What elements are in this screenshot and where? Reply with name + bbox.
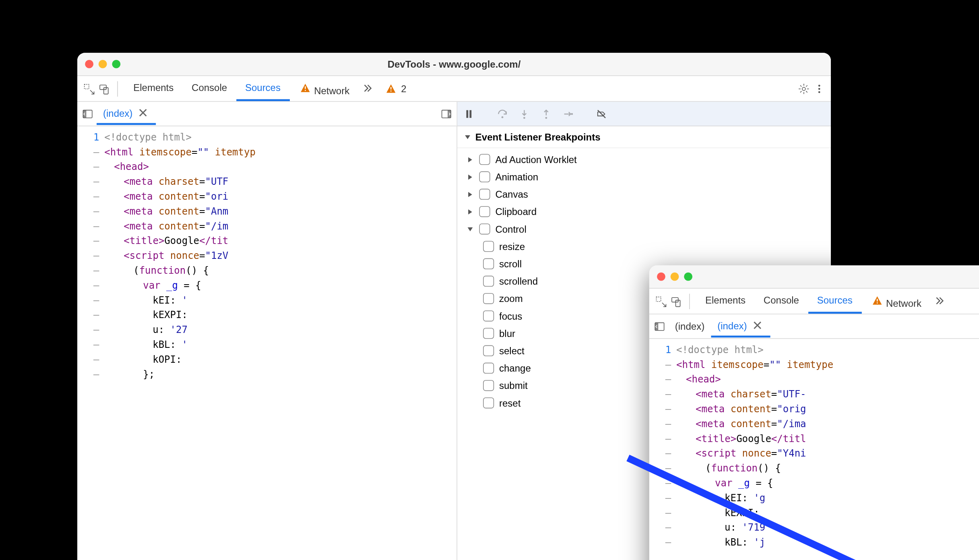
minimize-dot[interactable] [99,60,107,68]
zoom-dot[interactable] [684,273,692,281]
device-icon[interactable] [98,82,111,95]
tab-sources[interactable]: Sources [236,76,290,101]
code-line[interactable]: kBL: 'j [676,535,979,550]
event-breakpoints-header[interactable]: Event Listener Breakpoints [457,126,831,148]
deactivate-breakpoints-icon[interactable] [595,107,608,120]
event-row[interactable]: resize [457,238,831,255]
checkbox[interactable] [483,380,494,391]
zoom-dot[interactable] [112,60,120,68]
code-line[interactable]: <meta content="Anm [104,204,456,219]
pause-icon[interactable] [463,107,475,120]
code-line[interactable]: <!doctype html> [676,343,979,357]
inspect-icon[interactable] [655,295,667,308]
tab-elements[interactable]: Elements [124,76,183,101]
file-tab[interactable]: (index) [97,102,156,125]
close-dot[interactable] [657,273,665,281]
code-line[interactable]: <title>Google</titl [676,432,979,446]
close-dot[interactable] [85,60,93,68]
category-row[interactable]: Ad Auction Worklet [457,151,831,168]
tab-network[interactable]: Network [861,289,930,314]
code-line[interactable]: var _g = { [104,278,456,293]
code-line[interactable]: <head> [676,372,979,387]
tab-console[interactable]: Console [183,76,236,101]
tab-elements[interactable]: Elements [696,289,755,314]
settings-gear-icon[interactable] [797,82,810,95]
code-line[interactable]: <!doctype html> [104,130,456,145]
show-navigator-icon[interactable] [81,107,94,120]
code-line[interactable]: kEI: ' [104,293,456,308]
checkbox[interactable] [483,276,494,287]
code-line[interactable]: kEXPI: [676,506,979,521]
show-navigator-icon[interactable] [653,320,666,333]
kebab-menu-icon[interactable] [813,82,826,95]
category-row[interactable]: Clipboard [457,203,831,220]
category-row[interactable]: Control [457,220,831,238]
code-line[interactable]: <title>Google</tit [104,234,456,249]
checkbox[interactable] [483,310,494,321]
checkbox[interactable] [483,397,494,408]
traffic-lights[interactable] [85,60,120,68]
code-line[interactable]: kBL: ' [104,337,456,352]
code-line[interactable]: var _g = { [676,476,979,491]
step-into-icon[interactable] [518,107,531,120]
chevron-right-icon[interactable] [466,173,474,181]
code-editor[interactable]: 1———————————————— <!doctype html><html i… [77,126,456,560]
checkbox[interactable] [483,241,494,252]
code-line[interactable]: <meta content="/ima [676,417,979,432]
overflow-chevron-icon[interactable] [361,82,374,95]
checkbox[interactable] [483,328,494,339]
code-line[interactable]: <html itemscope="" itemtyp [104,145,456,160]
step-out-icon[interactable] [540,107,553,120]
chevron-down-icon[interactable] [466,225,474,233]
chevron-right-icon[interactable] [466,190,474,198]
chevron-right-icon[interactable] [466,208,474,215]
overflow-chevron-icon[interactable] [933,295,946,308]
minimize-dot[interactable] [671,273,679,281]
checkbox[interactable] [479,223,490,234]
tab-sources[interactable]: Sources [808,289,861,314]
checkbox[interactable] [479,172,490,182]
file-tab[interactable]: (index) [669,315,711,337]
checkbox[interactable] [479,154,490,165]
warning-icon[interactable] [384,82,397,95]
code-line[interactable]: <script nonce="1zV [104,249,456,264]
checkbox[interactable] [479,189,490,200]
code-line[interactable]: kEXPI: [104,308,456,323]
code-line[interactable]: u: '27 [104,323,456,338]
code-line[interactable]: <meta charset="UTF [104,175,456,190]
code-line[interactable]: }; [104,367,456,382]
code-line[interactable]: kOPI: [104,352,456,367]
code-line[interactable]: <html itemscope="" itemtype [676,357,979,372]
show-debugger-icon[interactable] [440,107,453,120]
code-line[interactable]: <meta charset="UTF- [676,387,979,402]
code-line[interactable]: <head> [104,160,456,175]
inspect-icon[interactable] [83,82,95,95]
titlebar[interactable]: DevTools - www.google.com/ [649,265,979,289]
code-line[interactable]: kEI: 'g [676,491,979,506]
step-icon[interactable] [562,107,574,120]
titlebar[interactable]: DevTools - www.google.com/ [77,53,831,76]
checkbox[interactable] [479,206,490,217]
code-line[interactable]: (function() { [676,461,979,476]
traffic-lights[interactable] [657,273,692,281]
checkbox[interactable] [483,258,494,269]
issue-count[interactable]: 2 [401,83,406,94]
category-row[interactable]: Animation [457,168,831,186]
code-line[interactable]: <script nonce="Y4ni [676,446,979,461]
tab-network[interactable]: Network [289,76,358,101]
checkbox[interactable] [483,363,494,374]
checkbox[interactable] [483,345,494,356]
code-line[interactable]: <meta content="/im [104,219,456,234]
step-over-icon[interactable] [496,107,509,120]
code-line[interactable]: u: '719 [676,521,979,535]
code-editor[interactable]: 1————————————— <!doctype html><html item… [649,339,979,560]
device-icon[interactable] [670,295,683,308]
code-line[interactable]: <meta content="ori [104,189,456,204]
close-tab-icon[interactable] [136,106,149,119]
chevron-right-icon[interactable] [466,155,474,163]
code-line[interactable]: <meta content="orig [676,402,979,417]
close-tab-icon[interactable] [751,319,764,332]
tab-console[interactable]: Console [754,289,808,314]
category-row[interactable]: Canvas [457,186,831,203]
checkbox[interactable] [483,293,494,304]
